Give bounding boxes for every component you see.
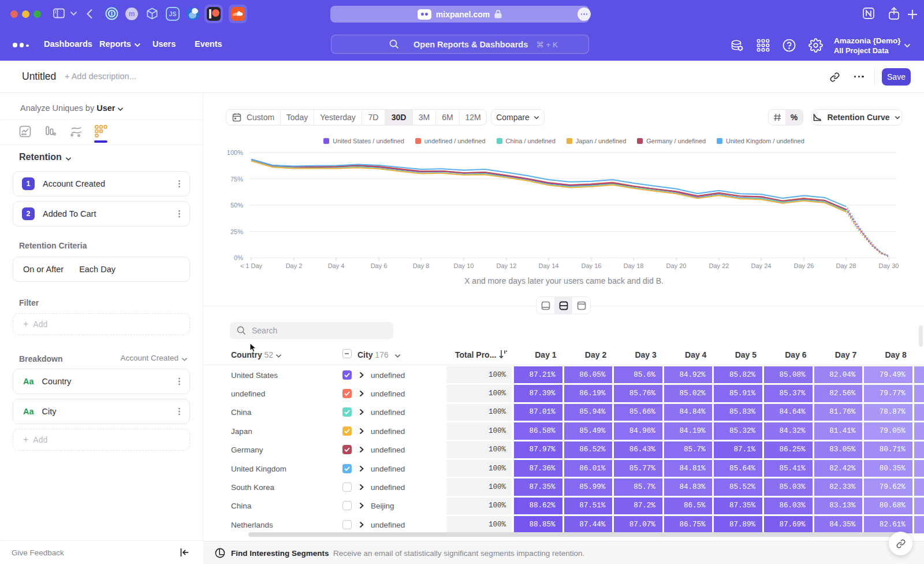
svg-text:25%: 25% (230, 228, 243, 235)
svg-text:0%: 0% (234, 254, 243, 261)
svg-text:Day 10: Day 10 (454, 262, 474, 269)
svg-text:Day 30: Day 30 (879, 262, 899, 269)
svg-text:Day 16: Day 16 (582, 262, 602, 269)
svg-text:Day 14: Day 14 (539, 262, 559, 269)
svg-text:75%: 75% (230, 176, 243, 183)
svg-text:Day 2: Day 2 (286, 262, 303, 269)
svg-text:Day 22: Day 22 (709, 262, 729, 269)
svg-text:< 1 Day: < 1 Day (240, 262, 263, 269)
svg-text:100%: 100% (227, 149, 243, 156)
svg-text:Day 18: Day 18 (624, 262, 644, 269)
svg-text:Day 6: Day 6 (371, 262, 388, 269)
svg-text:50%: 50% (230, 202, 243, 209)
svg-text:Day 12: Day 12 (497, 262, 517, 269)
svg-text:Day 24: Day 24 (751, 262, 772, 269)
svg-text:Day 20: Day 20 (666, 262, 687, 269)
svg-text:Day 28: Day 28 (836, 262, 856, 269)
svg-text:Day 8: Day 8 (413, 262, 430, 269)
svg-text:Day 26: Day 26 (794, 262, 814, 269)
svg-text:Day 4: Day 4 (328, 262, 345, 269)
